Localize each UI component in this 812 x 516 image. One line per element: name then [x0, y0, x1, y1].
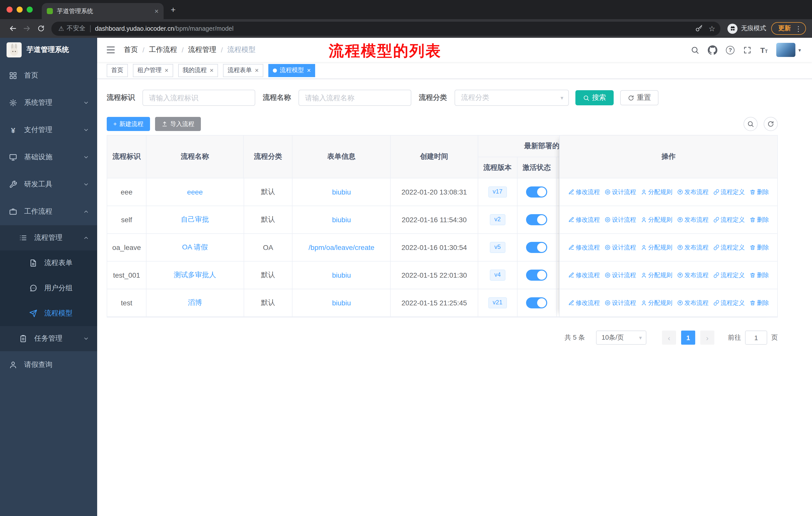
- tag-home[interactable]: 首页: [107, 64, 128, 77]
- page-size-select[interactable]: 10条/页 ▾: [596, 331, 646, 345]
- op-publish-process[interactable]: 发布流程: [677, 215, 708, 224]
- sidebar-item-system[interactable]: 系统管理: [0, 89, 97, 116]
- browser-update-button[interactable]: 更新 ⋮: [771, 22, 806, 35]
- form-info-link[interactable]: biubiu: [332, 188, 351, 196]
- close-icon[interactable]: ×: [210, 67, 213, 74]
- search-button[interactable]: 搜索: [575, 90, 614, 105]
- sidebar-item-home[interactable]: 首页: [0, 62, 97, 89]
- op-delete[interactable]: 删除: [749, 271, 769, 279]
- sidebar-item-task-management[interactable]: 任务管理: [0, 326, 97, 351]
- op-delete[interactable]: 删除: [749, 188, 769, 196]
- sidebar-item-infrastructure[interactable]: 基础设施: [0, 144, 97, 171]
- active-toggle[interactable]: [526, 214, 547, 225]
- op-process-definition[interactable]: 流程定义: [713, 243, 745, 252]
- refresh-table-button[interactable]: [764, 117, 778, 131]
- form-info-link[interactable]: biubiu: [332, 271, 351, 279]
- op-assign-rule[interactable]: 分配规则: [641, 188, 672, 196]
- op-edit-process[interactable]: 修改流程: [568, 188, 600, 196]
- reload-icon[interactable]: [34, 22, 47, 35]
- key-icon[interactable]: [695, 25, 702, 32]
- tag-process-model[interactable]: 流程模型 ×: [268, 64, 315, 77]
- op-assign-rule[interactable]: 分配规则: [641, 215, 672, 224]
- current-page-button[interactable]: 1: [681, 331, 695, 345]
- github-icon[interactable]: [708, 45, 718, 55]
- sidebar-item-devtools[interactable]: 研发工具: [0, 171, 97, 198]
- op-delete[interactable]: 删除: [749, 299, 769, 307]
- op-assign-rule[interactable]: 分配规则: [641, 243, 672, 252]
- op-design-process[interactable]: 设计流程: [604, 299, 636, 307]
- process-category-select[interactable]: 流程分类 ▾: [455, 90, 569, 106]
- back-icon[interactable]: [6, 22, 19, 35]
- address-bar[interactable]: ⚠ 不安全 dashboard.yudao.iocoder.cn /bpm/ma…: [51, 21, 720, 35]
- op-process-definition[interactable]: 流程定义: [713, 299, 745, 307]
- close-icon[interactable]: ×: [165, 67, 168, 74]
- tag-my-process[interactable]: 我的流程 ×: [178, 64, 218, 77]
- op-publish-process[interactable]: 发布流程: [677, 243, 708, 252]
- process-name-link[interactable]: 自己审批: [181, 215, 209, 224]
- op-assign-rule[interactable]: 分配规则: [641, 271, 672, 279]
- op-design-process[interactable]: 设计流程: [604, 271, 636, 279]
- sidebar-item-workflow[interactable]: 工作流程: [0, 198, 97, 225]
- op-edit-process[interactable]: 修改流程: [568, 215, 600, 224]
- op-process-definition[interactable]: 流程定义: [713, 271, 745, 279]
- op-edit-process[interactable]: 修改流程: [568, 271, 600, 279]
- op-process-definition[interactable]: 流程定义: [713, 215, 745, 224]
- form-info-link[interactable]: biubiu: [332, 299, 351, 307]
- forward-icon[interactable]: [20, 22, 33, 35]
- search-icon[interactable]: [691, 46, 699, 54]
- sidebar-item-process-management[interactable]: 流程管理: [0, 225, 97, 250]
- goto-page-input[interactable]: [745, 331, 767, 345]
- sidebar-item-process-form[interactable]: 流程表单: [0, 250, 97, 276]
- tag-process-form[interactable]: 流程表单 ×: [223, 64, 263, 77]
- process-name-link[interactable]: 测试多审批人: [174, 271, 216, 280]
- process-name-link[interactable]: eeee: [187, 188, 203, 196]
- new-tab-button[interactable]: +: [164, 5, 176, 19]
- sidebar-item-payment[interactable]: ¥ 支付管理: [0, 116, 97, 144]
- sidebar-item-leave-query[interactable]: 请假查询: [0, 351, 97, 378]
- form-info-link[interactable]: /bpm/oa/leave/create: [309, 243, 375, 251]
- process-id-input[interactable]: [142, 90, 255, 106]
- breadcrumb-process-management[interactable]: 流程管理: [188, 45, 216, 54]
- op-publish-process[interactable]: 发布流程: [677, 188, 708, 196]
- import-process-button[interactable]: 导入流程: [155, 117, 201, 131]
- reset-button[interactable]: 重置: [620, 90, 659, 105]
- help-icon[interactable]: ?: [726, 46, 735, 54]
- process-name-link[interactable]: OA 请假: [182, 243, 208, 252]
- op-design-process[interactable]: 设计流程: [604, 243, 636, 252]
- op-design-process[interactable]: 设计流程: [604, 188, 636, 196]
- user-menu[interactable]: ▾: [776, 43, 801, 57]
- process-name-input[interactable]: [298, 90, 411, 106]
- sidebar-item-process-model[interactable]: 流程模型: [0, 301, 97, 326]
- op-delete[interactable]: 删除: [749, 215, 769, 224]
- hamburger-icon[interactable]: [106, 45, 116, 55]
- close-icon[interactable]: ×: [255, 67, 259, 74]
- breadcrumb-home[interactable]: 首页: [124, 45, 138, 54]
- op-process-definition[interactable]: 流程定义: [713, 188, 745, 196]
- window-close-button[interactable]: [6, 6, 12, 12]
- op-edit-process[interactable]: 修改流程: [568, 299, 600, 307]
- active-toggle[interactable]: [526, 242, 547, 253]
- next-page-button[interactable]: ›: [700, 331, 714, 345]
- op-publish-process[interactable]: 发布流程: [677, 271, 708, 279]
- sidebar-item-user-group[interactable]: 用户分组: [0, 276, 97, 301]
- active-toggle[interactable]: [526, 270, 547, 281]
- font-size-icon[interactable]: TT: [760, 46, 768, 54]
- process-name-link[interactable]: 滔博: [188, 298, 202, 307]
- active-toggle[interactable]: [526, 297, 547, 308]
- avatar[interactable]: [776, 43, 795, 57]
- op-assign-rule[interactable]: 分配规则: [641, 299, 672, 307]
- op-design-process[interactable]: 设计流程: [604, 215, 636, 224]
- op-publish-process[interactable]: 发布流程: [677, 299, 708, 307]
- breadcrumb-workflow[interactable]: 工作流程: [149, 45, 177, 54]
- toggle-search-button[interactable]: [744, 117, 758, 131]
- tab-close-icon[interactable]: ×: [154, 7, 158, 15]
- window-maximize-button[interactable]: [27, 6, 33, 12]
- prev-page-button[interactable]: ‹: [662, 331, 676, 345]
- form-info-link[interactable]: biubiu: [332, 216, 351, 224]
- bookmark-star-icon[interactable]: ☆: [708, 24, 715, 33]
- close-icon[interactable]: ×: [307, 67, 311, 74]
- create-process-button[interactable]: + 新建流程: [107, 117, 150, 131]
- op-edit-process[interactable]: 修改流程: [568, 243, 600, 252]
- op-delete[interactable]: 删除: [749, 243, 769, 252]
- tag-tenant[interactable]: 租户管理 ×: [133, 64, 173, 77]
